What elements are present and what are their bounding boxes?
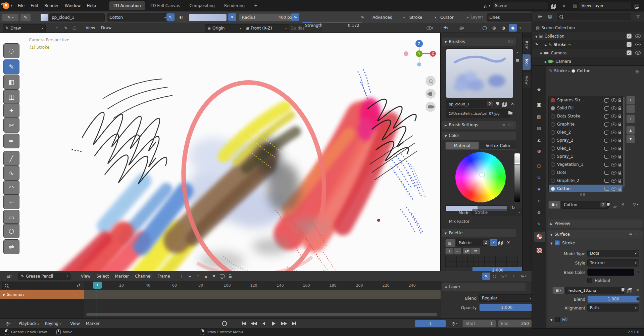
outliner-row-scene-collection[interactable]: ▤ Scene Collection xyxy=(532,23,644,32)
toolbar-curve-tool[interactable]: ∽ xyxy=(3,194,19,209)
material-slot-row[interactable]: Vegetation_1 xyxy=(549,160,623,169)
visibility-dropdown[interactable]: ▾ xyxy=(424,24,436,32)
keyframe-area[interactable] xyxy=(84,299,441,319)
eye-icon[interactable] xyxy=(635,51,641,55)
brush-select-dropdown[interactable]: Cotton xyxy=(107,13,168,21)
timeline-ruler[interactable]: 20 40 60 80 100 120 140 160 180 200 220 … xyxy=(84,281,441,290)
playback-view-menu[interactable]: View xyxy=(67,321,83,326)
palette-browse-dropdown[interactable]: ▦▾ xyxy=(445,239,455,247)
animate-decorator[interactable] xyxy=(636,306,640,309)
screen-toggle-icon[interactable] xyxy=(604,179,609,183)
workspace-tab-rendering[interactable]: Rendering xyxy=(220,1,249,10)
keying-menu[interactable]: Keying xyxy=(42,321,64,326)
fake-user-button[interactable] xyxy=(605,201,611,208)
editor-type-dropdown[interactable]: ▤▾ xyxy=(3,273,15,280)
eyedropper-button[interactable]: ✒ xyxy=(228,13,236,21)
outliner-row-camera-data[interactable]: Camera xyxy=(532,57,644,65)
lock-icon[interactable] xyxy=(618,156,621,158)
tab-output[interactable]: ▤ xyxy=(535,113,543,121)
playback-menu[interactable]: Playback xyxy=(15,321,42,326)
tab-material[interactable] xyxy=(534,232,545,242)
screen-toggle-icon[interactable] xyxy=(604,147,609,150)
toolbar-circle-tool[interactable]: ○ xyxy=(3,223,19,238)
remove-keyframe-button[interactable]: − xyxy=(186,273,194,280)
summary-keyframe-row[interactable] xyxy=(84,290,441,299)
brush-preview[interactable] xyxy=(446,48,513,99)
screen-toggle-icon[interactable] xyxy=(604,114,609,118)
disclosure-closed-icon[interactable] xyxy=(545,42,547,47)
tab-physics[interactable]: ↻ xyxy=(535,197,543,205)
add-workspace-button[interactable]: + xyxy=(250,1,262,10)
unlink-scene-button[interactable]: × xyxy=(560,2,568,9)
tab-world[interactable]: ◍ xyxy=(535,147,543,155)
summary-channel[interactable]: Summary xyxy=(0,290,84,299)
mask-stroke-toggle[interactable]: ✎ xyxy=(62,24,70,32)
object-checkbox[interactable] xyxy=(627,50,632,55)
sidebar-tab-view[interactable]: View xyxy=(523,73,531,88)
zoom-button[interactable] xyxy=(426,76,436,86)
preview-panel-header[interactable]: Preview xyxy=(548,220,643,228)
value-slider[interactable] xyxy=(514,153,520,202)
animate-decorator[interactable] xyxy=(636,270,640,274)
dopesheet-select-menu[interactable]: Select xyxy=(93,274,112,279)
tab-scene[interactable]: ◭ xyxy=(535,136,543,143)
workspace-tab-2d-full-canvas[interactable]: 2D Full Canvas xyxy=(146,1,185,10)
color-source-material-tab[interactable]: Material xyxy=(445,142,479,150)
play-button[interactable] xyxy=(269,320,279,327)
radius-pressure-toggle[interactable]: ∿ xyxy=(291,13,299,21)
preset-menu-icon[interactable]: ≡ xyxy=(502,123,505,127)
brush-settings-panel-header[interactable]: Brush Settings ≡ ⠿⠿ xyxy=(442,121,516,129)
lock-icon[interactable] xyxy=(618,173,621,175)
toolbar-tweak-tool[interactable]: ◌ xyxy=(3,43,19,58)
auto-keyframe-toggle[interactable] xyxy=(222,321,227,326)
screen-toggle-icon[interactable] xyxy=(604,163,609,166)
stroke-placement-dropdown[interactable]: ⊕ Origin xyxy=(205,24,244,32)
fill-section-header[interactable]: Fill xyxy=(550,317,567,322)
shading-solid-button[interactable]: ◍ xyxy=(490,24,498,32)
palette-users-badge[interactable]: 2 xyxy=(483,240,489,245)
mode-type-dropdown[interactable]: Dots xyxy=(587,250,639,257)
brush-name-field[interactable]: pp_cloud_1 xyxy=(446,100,491,108)
tab-object[interactable]: ▢ xyxy=(535,162,543,170)
lock-icon[interactable] xyxy=(618,181,621,183)
playhead-marker[interactable]: 1 xyxy=(93,282,102,289)
dopesheet-frame-menu[interactable]: Frame xyxy=(154,274,173,279)
layer-blend-dropdown[interactable]: Regular xyxy=(479,294,534,302)
stroke-checkbox[interactable] xyxy=(555,240,560,245)
sidebar-tab-item[interactable]: Item xyxy=(523,38,531,53)
outliner-row-collection[interactable]: ▣ Collection xyxy=(532,32,644,40)
stroke-section-header[interactable]: Stroke xyxy=(550,240,575,245)
screen-toggle-icon[interactable] xyxy=(604,139,609,142)
eye-icon[interactable] xyxy=(611,187,616,191)
toolbar-arc-tool[interactable]: ◠ xyxy=(3,180,19,195)
outliner-row-camera[interactable]: Camera xyxy=(532,49,644,57)
eye-icon[interactable] xyxy=(611,131,616,134)
only-selected-toggle[interactable]: ↖ xyxy=(482,273,490,280)
blend-slider[interactable]: 1.000 xyxy=(587,295,640,303)
add-keyframe-button[interactable]: + xyxy=(178,273,186,280)
material-slot-row[interactable]: Spray_1 xyxy=(549,152,623,160)
outliner-row-stroke[interactable]: ✎ ✎ Stroke ∿ xyxy=(532,40,644,49)
disclosure-closed-icon[interactable] xyxy=(545,59,547,64)
keyframe-type-dropdown[interactable]: ∿ xyxy=(518,273,529,280)
brushes-panel-header[interactable]: Brushes ⠿⠿ xyxy=(442,38,516,46)
new-scene-button[interactable] xyxy=(550,2,558,9)
advanced-dropdown[interactable]: Advanced xyxy=(370,13,407,21)
brush-color-field[interactable] xyxy=(189,14,227,21)
toolbar-box-tool[interactable]: ▭ xyxy=(3,210,19,225)
screen-toggle-icon[interactable] xyxy=(604,98,609,102)
disclosure-open-icon[interactable] xyxy=(540,51,542,55)
screen-toggle-icon[interactable] xyxy=(604,171,609,175)
shading-material-button[interactable]: ◑ xyxy=(499,24,507,32)
tab-view-layer[interactable]: ▥ xyxy=(535,125,543,132)
expand-collapse-button[interactable]: ⇄ xyxy=(75,282,83,289)
strength-pressure-toggle[interactable]: ∿ xyxy=(358,13,366,21)
animate-decorator[interactable] xyxy=(636,251,640,255)
surface-panel-header[interactable]: Surface ≡ ⠿⠿ xyxy=(548,230,643,238)
view-layer-selector[interactable]: View Layer xyxy=(579,2,631,9)
active-tool-button[interactable]: ✎▾ xyxy=(2,13,19,21)
tab-tool[interactable]: ⚒ xyxy=(535,86,543,94)
view-menu[interactable]: View xyxy=(83,26,98,30)
palette-panel-header[interactable]: Palette xyxy=(442,229,516,237)
material-slot-row[interactable]: Oleo_2 xyxy=(549,128,623,136)
